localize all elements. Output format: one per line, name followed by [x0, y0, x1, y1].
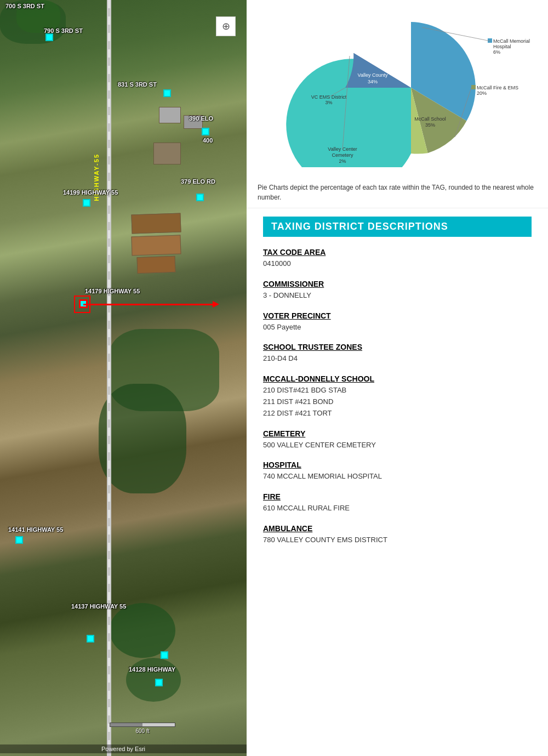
fire-value: 610 MCCALL RURAL FIRE — [263, 504, 350, 512]
vegetation-area — [99, 384, 186, 493]
svg-text:2%: 2% — [339, 158, 346, 164]
location-marker — [15, 536, 23, 544]
district-item-voter-precinct: VOTER PRECINCT 005 Payette — [263, 311, 532, 333]
locate-button[interactable]: ⊕ — [216, 16, 236, 36]
street-label-6: 379 ELO RD — [181, 178, 215, 185]
vegetation-area — [126, 658, 181, 702]
location-marker — [83, 199, 90, 207]
svg-text:3%: 3% — [325, 100, 332, 105]
building — [153, 143, 181, 164]
district-item-ambulance: AMBULANCE 780 VALLEY COUNTY EMS DISTRICT — [263, 524, 532, 546]
hospital-value: 740 MCCALL MEMORIAL HOSPITAL — [263, 472, 382, 480]
district-item-hospital: HOSPITAL 740 MCCALL MEMORIAL HOSPITAL — [263, 461, 532, 482]
tax-code-value: 0410000 — [263, 259, 291, 268]
street-label-11: 14128 HIGHWAY — [129, 666, 175, 673]
location-marker — [87, 635, 94, 643]
farm-building — [136, 256, 175, 274]
district-item-mccall-school: MCCALL-DONNELLY SCHOOL 210 DIST#421 BDG … — [263, 374, 532, 419]
svg-text:6%: 6% — [493, 49, 500, 55]
red-arrow — [83, 304, 215, 305]
svg-text:McCall School: McCall School — [414, 116, 446, 122]
street-label-9: 14141 HIGHWAY 55 — [8, 526, 63, 533]
map-panel: HIGHWAY-55 700 S 3RD ST 790 S 3RD ST 831… — [0, 0, 247, 756]
location-marker — [163, 89, 171, 97]
svg-text:35%: 35% — [425, 122, 435, 128]
district-item-fire: FIRE 610 MCCALL RURAL FIRE — [263, 492, 532, 514]
commissioner-label: COMMISSIONER — [263, 280, 532, 288]
district-item-cemetery: CEMETERY 500 VALLEY CENTER CEMETERY — [263, 429, 532, 451]
scale-bar: 600 ft — [110, 723, 175, 734]
hospital-label: HOSPITAL — [263, 461, 532, 469]
school-trustee-label: SCHOOL TRUSTEE ZONES — [263, 343, 532, 351]
district-item-commissioner: COMMISSIONER 3 - DONNELLY — [263, 280, 532, 302]
ambulance-label: AMBULANCE — [263, 524, 532, 533]
svg-text:34%: 34% — [368, 79, 378, 84]
pie-chart-container: McCall Memorial Hospital 6% McCall Fire … — [258, 8, 537, 178]
street-label-1: 700 S 3RD ST — [5, 3, 44, 9]
street-label-8: 14179 HIGHWAY 55 — [85, 288, 140, 294]
cemetery-value: 500 VALLEY CENTER CEMETERY — [263, 441, 376, 449]
street-label-7: 14199 HIGHWAY 55 — [63, 189, 118, 196]
mccall-school-label: MCCALL-DONNELLY SCHOOL — [263, 374, 532, 383]
svg-text:McCall Memorial: McCall Memorial — [493, 38, 530, 44]
pie-section: McCall Memorial Hospital 6% McCall Fire … — [247, 0, 548, 208]
svg-text:Cemetery: Cemetery — [332, 152, 353, 158]
svg-text:McCall Fire & EMS: McCall Fire & EMS — [477, 85, 518, 90]
farm-building — [131, 235, 181, 255]
svg-text:Valley County: Valley County — [358, 72, 388, 78]
tax-code-label: TAX CODE AREA — [263, 248, 532, 257]
district-item-tax-code: TAX CODE AREA 0410000 — [263, 248, 532, 270]
street-label-10: 14137 HIGHWAY 55 — [71, 603, 126, 610]
street-label-3: 831 S 3RD ST — [118, 81, 157, 88]
pie-caption: Pie Charts depict the percentage of each… — [258, 183, 537, 202]
mccall-school-value: 210 DIST#421 BDG STAB 211 DIST #421 BOND… — [263, 386, 346, 417]
pie-chart-svg: McCall Memorial Hospital 6% McCall Fire … — [258, 8, 532, 167]
farm-building — [131, 213, 181, 234]
district-item-school-trustee: SCHOOL TRUSTEE ZONES 210-D4 D4 — [263, 343, 532, 365]
info-panel: McCall Memorial Hospital 6% McCall Fire … — [247, 0, 548, 756]
ambulance-value: 780 VALLEY COUNTY EMS DISTRICT — [263, 536, 387, 544]
svg-text:Hospital: Hospital — [493, 44, 511, 49]
street-label-4: 390 ELO — [189, 115, 213, 122]
highway-road — [107, 0, 111, 756]
svg-text:20%: 20% — [477, 90, 487, 96]
location-marker — [196, 194, 204, 201]
location-marker — [161, 651, 168, 659]
esri-attribution: Powered by Esri — [0, 744, 247, 753]
school-trustee-value: 210-D4 D4 — [263, 354, 298, 362]
district-section: TAXING DISTRICT DESCRIPTIONS TAX CODE AR… — [247, 208, 548, 572]
fire-label: FIRE — [263, 492, 532, 501]
district-header: TAXING DISTRICT DESCRIPTIONS — [263, 217, 532, 237]
location-marker — [202, 128, 209, 135]
street-label-5: 400 — [203, 137, 213, 144]
svg-rect-4 — [471, 85, 476, 89]
location-marker — [45, 33, 53, 41]
location-marker — [155, 679, 163, 686]
voter-precinct-value: 005 Payette — [263, 323, 301, 331]
building — [159, 107, 181, 123]
cemetery-label: CEMETERY — [263, 429, 532, 438]
voter-precinct-label: VOTER PRECINCT — [263, 311, 532, 320]
commissioner-value: 3 - DONNELLY — [263, 291, 311, 299]
vegetation-area — [110, 603, 175, 658]
